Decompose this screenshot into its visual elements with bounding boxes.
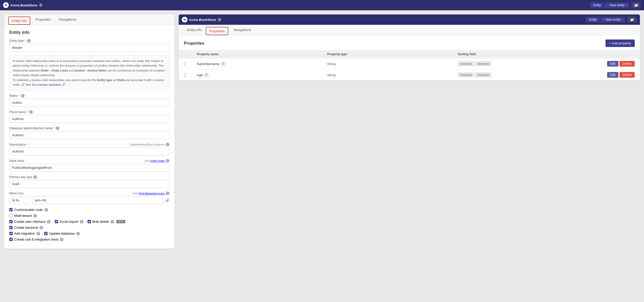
right-tab-navigations[interactable]: Navigations [229, 25, 255, 35]
plural-name-input[interactable] [9, 115, 169, 123]
menu-icon-hint: See Font Awesome icons [133, 192, 165, 195]
sort-up-namesurname[interactable]: ▲ [184, 61, 197, 64]
add-property-button[interactable]: + Add property [606, 39, 635, 47]
namespace-input[interactable] [9, 147, 169, 155]
menu-icon-action-button[interactable]: 🔗 [165, 198, 169, 202]
checkbox-unit-tests-input[interactable] [9, 238, 13, 241]
checkbox-bulk-delete-info-icon[interactable]: i [111, 220, 114, 224]
delete-button-age[interactable]: Delete [619, 72, 635, 78]
checkbox-multitenant: Multi-tenant i [9, 214, 169, 218]
name-group: Name * i [9, 94, 169, 107]
plural-name-info-icon[interactable]: i [29, 110, 33, 114]
base-class-info-icon[interactable]: i [166, 159, 169, 163]
files-button[interactable]: 📁 [631, 2, 641, 8]
main-content: Entity info Properties Navigations Entit… [0, 10, 644, 302]
right-tab-entity-info[interactable]: Entity info [183, 25, 206, 35]
tab-entity-info[interactable]: Entity info [8, 17, 30, 25]
edit-button-age[interactable]: Edit [607, 72, 619, 78]
add-migration-arrow-icon: › [42, 232, 43, 235]
app-logo-area: M Acme.BookStore i [3, 2, 43, 8]
left-panel-title: Entity info [9, 30, 169, 35]
checkbox-bulk-delete-label: Bulk delete [92, 220, 109, 224]
namesurname-badge: R [221, 62, 225, 66]
edit-button-namesurname[interactable]: Edit [607, 61, 619, 67]
name-input[interactable] [9, 99, 169, 107]
db-table-info-icon[interactable]: i [56, 126, 59, 130]
left-panel-tabs: Entity info Properties Navigations [4, 14, 175, 25]
checkbox-customizable-info-icon[interactable]: i [44, 208, 48, 212]
checkbox-create-backend-info-icon[interactable]: i [40, 226, 43, 229]
namespace-required: * [27, 143, 28, 146]
right-tab-properties[interactable]: Properties [206, 27, 228, 35]
base-class-input[interactable] [9, 164, 169, 172]
checkbox-update-database-label: Update database [49, 232, 75, 235]
name-required: * [19, 94, 20, 98]
left-panel: Entity info Properties Navigations Entit… [4, 14, 175, 249]
checkbox-create-backend-input[interactable] [9, 226, 13, 229]
checkbox-add-migration-input[interactable] [9, 232, 13, 235]
name-info-icon[interactable]: i [21, 94, 25, 98]
right-panel-app-info-icon[interactable]: i [218, 18, 221, 21]
entity-type-input[interactable] [9, 44, 169, 52]
namespace-group: Namespace * SuiteWebinarDemo.Authors i [9, 143, 169, 155]
db-table-input[interactable] [9, 131, 169, 139]
app-info-icon[interactable]: i [39, 3, 43, 7]
checkbox-multitenant-input[interactable] [9, 214, 13, 217]
checkbox-unit-tests-label: Create unit & integration tests [14, 237, 58, 241]
base-class-group: Base class See entity types i [9, 159, 169, 172]
primary-key-info-icon[interactable]: i [33, 175, 37, 179]
plural-name-required: * [27, 110, 28, 114]
sorting-btn1-namesurname[interactable]: Unsorted [458, 61, 474, 66]
primary-key-input[interactable] [9, 180, 169, 188]
property-name-namesurname: NameSurname R [197, 62, 327, 66]
app-name: Acme.BookStore [10, 3, 37, 7]
sorting-btn2-age[interactable]: Unsorted [475, 73, 491, 77]
right-panel-logo-icon: M [182, 17, 187, 22]
checkbox-create-ui-input[interactable] [9, 220, 13, 223]
menu-icon-input-row: 🔗 [9, 196, 169, 204]
menu-icon-info-icon[interactable]: i [166, 192, 169, 195]
checkbox-unit-tests-info-icon[interactable]: i [60, 238, 64, 241]
sort-arrows-age[interactable]: ▲ ▼ [184, 72, 197, 78]
create-ui-arrow-icon: › [52, 220, 53, 224]
sort-down-age[interactable]: ▼ [184, 75, 197, 78]
font-awesome-link[interactable]: Font Awesome icons [139, 192, 165, 195]
checkbox-multitenant-info-icon[interactable]: i [33, 214, 37, 218]
entity-types-link[interactable]: entity types [150, 159, 165, 162]
checkbox-customizable-input[interactable] [9, 208, 13, 211]
property-type-age: string [327, 73, 458, 77]
sorting-btn2-namesurname[interactable]: Unsorted [475, 61, 491, 66]
checkbox-update-database-input[interactable] [44, 232, 48, 235]
plural-name-group: Plural name * i [9, 110, 169, 123]
right-panel-entity-dropdown[interactable]: ~ Now entity ~ [601, 17, 625, 22]
checkbox-bulk-delete-input[interactable] [88, 220, 91, 223]
tab-properties[interactable]: Properties [31, 14, 55, 25]
right-panel-logo-area: M Acme.BookStore i [182, 17, 221, 22]
entity-button[interactable]: Entity [590, 2, 604, 8]
namespace-info-icon[interactable]: i [166, 143, 169, 146]
checkbox-excel-export-info-icon[interactable]: i [80, 220, 83, 224]
entity-type-info-icon[interactable]: i [27, 39, 31, 43]
right-panel-entity-button[interactable]: Entity [586, 17, 600, 22]
checkbox-create-backend: Create backend i [9, 226, 169, 229]
checkbox-excel-export-input[interactable] [55, 220, 58, 223]
property-type-namesurname: string [327, 62, 458, 66]
entity-type-label: Entity type * i [9, 39, 169, 43]
checkbox-create-ui-info-icon[interactable]: i [47, 220, 51, 224]
menu-icon-value-input[interactable] [32, 196, 163, 204]
menu-icon-group: Menu icon See Font Awesome icons i 🔗 [9, 192, 169, 204]
delete-button-namesurname[interactable]: Delete [619, 61, 635, 67]
checkbox-add-migration-info-icon[interactable]: i [36, 232, 40, 235]
sort-down-namesurname[interactable]: ▼ [184, 64, 197, 67]
sort-up-age[interactable]: ▲ [184, 72, 197, 75]
checkbox-update-database-info-icon[interactable]: i [76, 232, 80, 235]
sorting-cell-namesurname: Unsorted Unsorted [458, 61, 588, 66]
entity-dropdown-button[interactable]: ~ Now entity ~ [605, 2, 629, 8]
sorting-btn1-age[interactable]: Unsorted [458, 73, 474, 77]
checkbox-customizable: Customizable code i [9, 208, 169, 212]
tab-navigations[interactable]: Navigations [55, 14, 81, 25]
menu-icon-prefix-input[interactable] [9, 196, 30, 204]
sort-arrows-namesurname[interactable]: ▲ ▼ [184, 61, 197, 67]
info-box-link[interactable]: See the example datatable [26, 83, 61, 86]
right-panel-files-button[interactable]: 📁 [627, 17, 637, 23]
